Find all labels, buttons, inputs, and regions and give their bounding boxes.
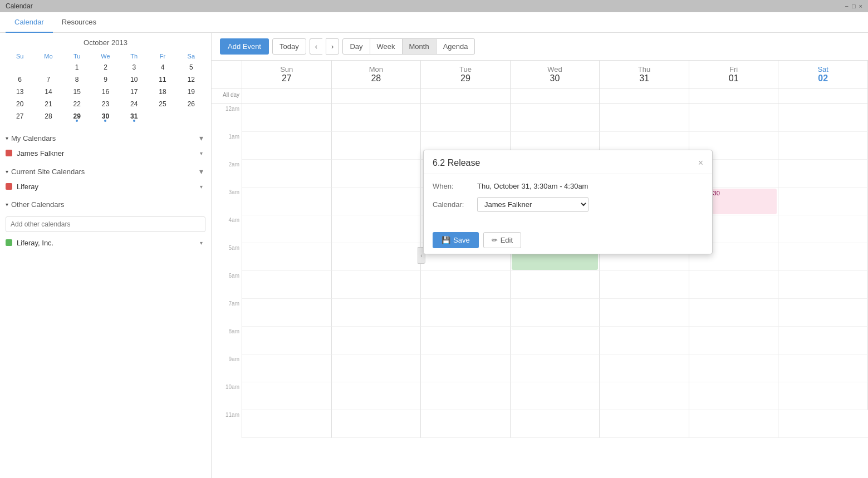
time-cell-12am-day-1[interactable]	[332, 104, 421, 132]
time-cell-8am-day-1[interactable]	[332, 327, 421, 354]
time-cell-7am-day-4[interactable]	[600, 299, 689, 327]
mini-cal-day[interactable]	[6, 61, 34, 73]
mini-cal-day[interactable]	[177, 110, 205, 122]
mini-cal-day[interactable]: 18	[148, 86, 176, 98]
current-site-header[interactable]: ▾ Current Site Calendars ▾	[6, 167, 205, 176]
time-cell-2am-day-1[interactable]	[332, 160, 421, 188]
mini-cal-day[interactable]: 20	[6, 98, 34, 110]
mini-cal-day[interactable]: 25	[148, 98, 176, 110]
my-calendars-action[interactable]: ▾	[197, 134, 205, 142]
mini-cal-day[interactable]: 13	[6, 86, 34, 98]
close-btn[interactable]: ×	[859, 3, 862, 9]
mini-cal-day[interactable]: 14	[34, 86, 62, 98]
mini-cal-day[interactable]: 11	[148, 73, 176, 86]
mini-cal-day[interactable]: 28	[34, 110, 62, 122]
time-cell-8am-day-3[interactable]	[511, 327, 600, 354]
time-cell-6am-day-2[interactable]	[421, 271, 511, 299]
today-button[interactable]: Today	[272, 38, 306, 55]
time-cell-12am-day-0[interactable]	[242, 104, 332, 132]
time-cell-11am-day-5[interactable]	[689, 410, 779, 438]
prev-button[interactable]: ‹	[310, 38, 322, 55]
james-falkner-action[interactable]: ▾	[197, 149, 205, 157]
popup-close-btn[interactable]: ×	[698, 158, 703, 168]
popup-edit-btn[interactable]: ✏ Edit	[483, 232, 521, 248]
time-cell-10am-day-1[interactable]	[332, 382, 421, 410]
time-cell-10am-day-3[interactable]	[511, 382, 600, 410]
time-cell-9am-day-5[interactable]	[689, 354, 779, 382]
time-cell-8am-day-2[interactable]	[421, 327, 511, 354]
time-cell-10am-day-0[interactable]	[242, 382, 332, 410]
mini-cal-day[interactable]: 30	[91, 110, 120, 122]
mini-cal-day[interactable]: 10	[120, 73, 148, 86]
time-cell-10am-day-2[interactable]	[421, 382, 511, 410]
time-cell-6am-day-5[interactable]	[689, 271, 779, 299]
mini-cal-day[interactable]: 24	[120, 98, 148, 110]
mini-cal-day[interactable]: 23	[91, 98, 120, 110]
time-cell-11am-day-4[interactable]	[600, 410, 689, 438]
time-cell-9am-day-2[interactable]	[421, 354, 511, 382]
tab-resources[interactable]: Resources	[53, 12, 105, 33]
time-cell-9am-day-6[interactable]	[778, 354, 868, 382]
time-cell-3am-day-0[interactable]	[242, 188, 332, 215]
time-cell-8am-day-4[interactable]	[600, 327, 689, 354]
mini-cal-day[interactable]: 21	[34, 98, 62, 110]
time-cell-3am-day-6[interactable]	[778, 188, 868, 215]
mini-cal-day[interactable]: 9	[91, 73, 120, 86]
time-cell-11am-day-1[interactable]	[332, 410, 421, 438]
time-cell-6am-day-6[interactable]	[778, 271, 868, 299]
view-month-button[interactable]: Month	[403, 38, 437, 55]
mini-cal-day[interactable]: 22	[63, 98, 91, 110]
time-cell-6am-day-4[interactable]	[600, 271, 689, 299]
liferay-action[interactable]: ▾	[197, 182, 205, 191]
time-cell-8am-day-6[interactable]	[778, 327, 868, 354]
mini-cal-day[interactable]	[148, 110, 176, 122]
time-cell-9am-day-4[interactable]	[600, 354, 689, 382]
minimize-btn[interactable]: −	[845, 3, 848, 9]
time-cell-6am-day-0[interactable]	[242, 271, 332, 299]
time-cell-12am-day-5[interactable]	[689, 104, 779, 132]
time-cell-7am-day-5[interactable]	[689, 299, 779, 327]
window-controls[interactable]: − □ ×	[845, 3, 862, 9]
time-cell-1am-day-6[interactable]	[778, 132, 868, 160]
time-cell-5am-day-6[interactable]	[778, 243, 868, 271]
time-cell-10am-day-4[interactable]	[600, 382, 689, 410]
mini-cal-day[interactable]: 5	[177, 61, 205, 73]
mini-cal-day[interactable]: 16	[91, 86, 120, 98]
time-cell-5am-day-1[interactable]	[332, 243, 421, 271]
time-cell-2am-day-6[interactable]	[778, 160, 868, 188]
time-cell-1am-day-0[interactable]	[242, 132, 332, 160]
view-day-button[interactable]: Day	[342, 38, 370, 55]
mini-cal-day[interactable]: 27	[6, 110, 34, 122]
mini-cal-day[interactable]: 12	[177, 73, 205, 86]
liferay-inc-action[interactable]: ▾	[197, 238, 205, 247]
time-cell-8am-day-5[interactable]	[689, 327, 779, 354]
mini-cal-day[interactable]: 8	[63, 73, 91, 86]
mini-cal-day[interactable]: 15	[63, 86, 91, 98]
time-cell-12am-day-3[interactable]	[511, 104, 600, 132]
mini-cal-day[interactable]: 17	[120, 86, 148, 98]
view-week-button[interactable]: Week	[370, 38, 403, 55]
add-other-calendars-input[interactable]	[6, 216, 205, 232]
time-cell-7am-day-2[interactable]	[421, 299, 511, 327]
next-button[interactable]: ›	[326, 38, 339, 55]
time-cell-5am-day-0[interactable]	[242, 243, 332, 271]
view-agenda-button[interactable]: Agenda	[437, 38, 475, 55]
mini-cal-day[interactable]: 26	[177, 98, 205, 110]
maximize-btn[interactable]: □	[852, 3, 856, 9]
time-cell-7am-day-1[interactable]	[332, 299, 421, 327]
time-cell-6am-day-1[interactable]	[332, 271, 421, 299]
mini-cal-day[interactable]	[34, 61, 62, 73]
time-cell-4am-day-1[interactable]	[332, 215, 421, 243]
time-cell-4am-day-0[interactable]	[242, 215, 332, 243]
time-cell-9am-day-1[interactable]	[332, 354, 421, 382]
time-cell-7am-day-3[interactable]	[511, 299, 600, 327]
current-site-action[interactable]: ▾	[197, 167, 205, 176]
popup-calendar-select[interactable]: James Falkner	[477, 197, 589, 212]
time-cell-11am-day-2[interactable]	[421, 410, 511, 438]
time-cell-10am-day-5[interactable]	[689, 382, 779, 410]
mini-cal-day[interactable]: 7	[34, 73, 62, 86]
time-cell-2am-day-0[interactable]	[242, 160, 332, 188]
time-cell-12am-day-4[interactable]	[600, 104, 689, 132]
popup-save-btn[interactable]: 💾 Save	[433, 232, 479, 248]
mini-cal-day[interactable]: 29	[63, 110, 91, 122]
